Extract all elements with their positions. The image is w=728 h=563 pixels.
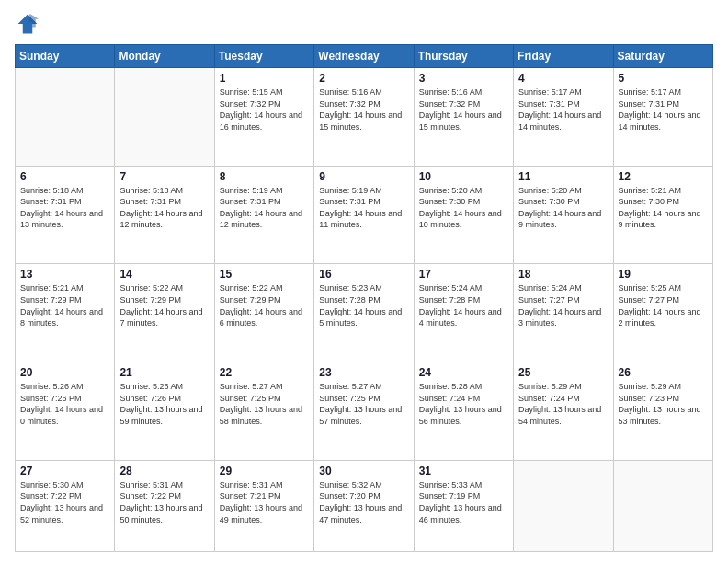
day-info: Sunrise: 5:32 AM Sunset: 7:20 PM Dayligh… <box>319 479 408 525</box>
day-number: 31 <box>419 465 508 477</box>
day-number: 30 <box>319 465 408 477</box>
day-number: 16 <box>319 268 408 281</box>
day-info: Sunrise: 5:22 AM Sunset: 7:29 PM Dayligh… <box>119 282 209 328</box>
day-cell: 28Sunrise: 5:31 AM Sunset: 7:22 PM Dayli… <box>115 460 214 551</box>
day-number: 28 <box>119 465 209 477</box>
day-number: 3 <box>419 72 508 85</box>
day-info: Sunrise: 5:26 AM Sunset: 7:26 PM Dayligh… <box>20 381 109 427</box>
day-info: Sunrise: 5:22 AM Sunset: 7:29 PM Dayligh… <box>220 282 309 328</box>
day-cell: 17Sunrise: 5:24 AM Sunset: 7:28 PM Dayli… <box>414 264 513 362</box>
day-number: 20 <box>20 366 109 379</box>
day-number: 1 <box>220 72 309 85</box>
day-info: Sunrise: 5:27 AM Sunset: 7:25 PM Dayligh… <box>220 381 309 427</box>
day-cell: 13Sunrise: 5:21 AM Sunset: 7:29 PM Dayli… <box>16 264 115 362</box>
day-number: 26 <box>619 366 708 379</box>
day-cell <box>115 68 214 167</box>
week-row-5: 27Sunrise: 5:30 AM Sunset: 7:22 PM Dayli… <box>16 460 713 551</box>
day-number: 15 <box>220 268 309 281</box>
day-number: 22 <box>220 366 309 379</box>
day-number: 9 <box>319 170 408 183</box>
day-info: Sunrise: 5:30 AM Sunset: 7:22 PM Dayligh… <box>20 479 109 525</box>
day-cell: 25Sunrise: 5:29 AM Sunset: 7:24 PM Dayli… <box>514 362 613 461</box>
day-number: 24 <box>419 366 508 379</box>
day-info: Sunrise: 5:26 AM Sunset: 7:26 PM Dayligh… <box>119 381 209 427</box>
day-cell: 12Sunrise: 5:21 AM Sunset: 7:30 PM Dayli… <box>613 166 712 264</box>
day-cell: 14Sunrise: 5:22 AM Sunset: 7:29 PM Dayli… <box>115 264 214 362</box>
day-cell: 21Sunrise: 5:26 AM Sunset: 7:26 PM Dayli… <box>115 362 214 461</box>
weekday-header-wednesday: Wednesday <box>314 45 414 68</box>
day-number: 10 <box>419 170 508 183</box>
day-cell <box>16 68 115 167</box>
day-number: 4 <box>518 72 608 85</box>
day-info: Sunrise: 5:23 AM Sunset: 7:28 PM Dayligh… <box>319 282 408 328</box>
day-cell: 18Sunrise: 5:24 AM Sunset: 7:27 PM Dayli… <box>514 264 613 362</box>
day-number: 8 <box>220 170 309 183</box>
week-row-2: 6Sunrise: 5:18 AM Sunset: 7:31 PM Daylig… <box>16 166 713 264</box>
day-cell: 19Sunrise: 5:25 AM Sunset: 7:27 PM Dayli… <box>613 264 712 362</box>
day-cell: 30Sunrise: 5:32 AM Sunset: 7:20 PM Dayli… <box>314 460 414 551</box>
day-info: Sunrise: 5:21 AM Sunset: 7:29 PM Dayligh… <box>20 282 109 328</box>
calendar-page: SundayMondayTuesdayWednesdayThursdayFrid… <box>0 0 728 563</box>
day-cell: 29Sunrise: 5:31 AM Sunset: 7:21 PM Dayli… <box>214 460 313 551</box>
day-info: Sunrise: 5:20 AM Sunset: 7:30 PM Dayligh… <box>419 185 508 231</box>
day-number: 13 <box>20 268 109 281</box>
day-cell: 16Sunrise: 5:23 AM Sunset: 7:28 PM Dayli… <box>314 264 414 362</box>
day-info: Sunrise: 5:17 AM Sunset: 7:31 PM Dayligh… <box>619 86 708 132</box>
day-info: Sunrise: 5:18 AM Sunset: 7:31 PM Dayligh… <box>119 185 209 231</box>
day-number: 12 <box>619 170 708 183</box>
day-info: Sunrise: 5:21 AM Sunset: 7:30 PM Dayligh… <box>619 185 708 231</box>
day-cell: 6Sunrise: 5:18 AM Sunset: 7:31 PM Daylig… <box>16 166 115 264</box>
day-cell: 5Sunrise: 5:17 AM Sunset: 7:31 PM Daylig… <box>613 68 712 167</box>
day-cell: 10Sunrise: 5:20 AM Sunset: 7:30 PM Dayli… <box>414 166 513 264</box>
day-cell: 15Sunrise: 5:22 AM Sunset: 7:29 PM Dayli… <box>214 264 313 362</box>
day-info: Sunrise: 5:17 AM Sunset: 7:31 PM Dayligh… <box>518 86 608 132</box>
day-info: Sunrise: 5:24 AM Sunset: 7:28 PM Dayligh… <box>419 282 508 328</box>
weekday-header-row: SundayMondayTuesdayWednesdayThursdayFrid… <box>16 45 713 68</box>
day-info: Sunrise: 5:28 AM Sunset: 7:24 PM Dayligh… <box>419 381 508 427</box>
day-cell: 20Sunrise: 5:26 AM Sunset: 7:26 PM Dayli… <box>16 362 115 461</box>
day-cell: 23Sunrise: 5:27 AM Sunset: 7:25 PM Dayli… <box>314 362 414 461</box>
day-cell <box>613 460 712 551</box>
day-number: 2 <box>319 72 408 85</box>
day-number: 21 <box>119 366 209 379</box>
day-number: 27 <box>20 465 109 477</box>
day-info: Sunrise: 5:24 AM Sunset: 7:27 PM Dayligh… <box>518 282 608 328</box>
day-number: 23 <box>319 366 408 379</box>
day-number: 6 <box>20 170 109 183</box>
week-row-1: 1Sunrise: 5:15 AM Sunset: 7:32 PM Daylig… <box>16 68 713 167</box>
day-info: Sunrise: 5:29 AM Sunset: 7:24 PM Dayligh… <box>518 381 608 427</box>
day-cell: 31Sunrise: 5:33 AM Sunset: 7:19 PM Dayli… <box>414 460 513 551</box>
day-cell: 11Sunrise: 5:20 AM Sunset: 7:30 PM Dayli… <box>514 166 613 264</box>
day-cell: 9Sunrise: 5:19 AM Sunset: 7:31 PM Daylig… <box>314 166 414 264</box>
day-cell: 8Sunrise: 5:19 AM Sunset: 7:31 PM Daylig… <box>214 166 313 264</box>
logo <box>15 11 44 37</box>
day-info: Sunrise: 5:15 AM Sunset: 7:32 PM Dayligh… <box>220 86 309 132</box>
weekday-header-friday: Friday <box>514 45 613 68</box>
day-cell: 2Sunrise: 5:16 AM Sunset: 7:32 PM Daylig… <box>314 68 414 167</box>
weekday-header-monday: Monday <box>115 45 214 68</box>
day-number: 11 <box>518 170 608 183</box>
day-number: 5 <box>619 72 708 85</box>
day-number: 7 <box>119 170 209 183</box>
day-info: Sunrise: 5:29 AM Sunset: 7:23 PM Dayligh… <box>619 381 708 427</box>
day-cell: 27Sunrise: 5:30 AM Sunset: 7:22 PM Dayli… <box>16 460 115 551</box>
day-info: Sunrise: 5:19 AM Sunset: 7:31 PM Dayligh… <box>319 185 408 231</box>
logo-icon <box>15 11 40 37</box>
day-cell <box>514 460 613 551</box>
day-info: Sunrise: 5:25 AM Sunset: 7:27 PM Dayligh… <box>619 282 708 328</box>
week-row-3: 13Sunrise: 5:21 AM Sunset: 7:29 PM Dayli… <box>16 264 713 362</box>
day-number: 18 <box>518 268 608 281</box>
day-cell: 3Sunrise: 5:16 AM Sunset: 7:32 PM Daylig… <box>414 68 513 167</box>
day-number: 19 <box>619 268 708 281</box>
weekday-header-saturday: Saturday <box>613 45 712 68</box>
day-cell: 26Sunrise: 5:29 AM Sunset: 7:23 PM Dayli… <box>613 362 712 461</box>
day-cell: 24Sunrise: 5:28 AM Sunset: 7:24 PM Dayli… <box>414 362 513 461</box>
day-cell: 1Sunrise: 5:15 AM Sunset: 7:32 PM Daylig… <box>214 68 313 167</box>
header <box>15 11 713 37</box>
day-info: Sunrise: 5:20 AM Sunset: 7:30 PM Dayligh… <box>518 185 608 231</box>
weekday-header-tuesday: Tuesday <box>214 45 313 68</box>
day-info: Sunrise: 5:31 AM Sunset: 7:22 PM Dayligh… <box>119 479 209 525</box>
day-info: Sunrise: 5:27 AM Sunset: 7:25 PM Dayligh… <box>319 381 408 427</box>
day-info: Sunrise: 5:33 AM Sunset: 7:19 PM Dayligh… <box>419 479 508 525</box>
day-info: Sunrise: 5:31 AM Sunset: 7:21 PM Dayligh… <box>220 479 309 525</box>
